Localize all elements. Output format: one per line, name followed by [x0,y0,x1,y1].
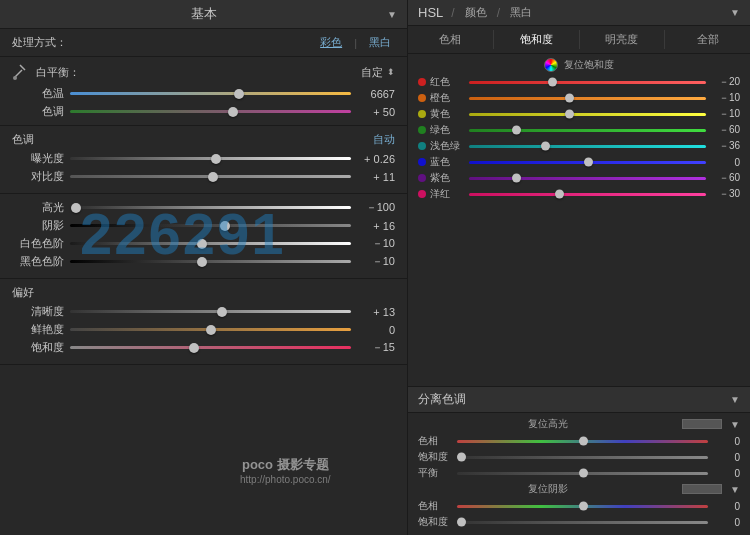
contrast-label: 对比度 [12,169,64,184]
wb-row: 白平衡： 自定 ⬍ [12,62,395,82]
temperature-row: 色温 6667 [12,86,395,101]
temperature-thumb[interactable] [234,89,244,99]
whites-slider[interactable] [70,237,351,251]
saturation-thumb[interactable] [189,343,199,353]
balance-value: 0 [712,468,740,479]
hsl-color-label-6: 紫色 [430,171,465,185]
balance-slider[interactable] [457,467,708,479]
highlight-hue-label: 色相 [418,434,453,448]
highlight-reset-row: 复位高光 ▼ [418,417,740,431]
vibrance-thumb[interactable] [206,325,216,335]
highlights-row: 高光 －100 [12,200,395,215]
tab-luminance[interactable]: 明亮度 [580,30,666,49]
contrast-slider[interactable] [70,170,351,184]
contrast-thumb[interactable] [208,172,218,182]
blacks-value: －10 [357,254,395,269]
svg-point-2 [13,76,17,80]
whites-label: 白色色阶 [12,236,64,251]
hsl-color-label-0: 红色 [430,75,465,89]
hsl-slider-3[interactable] [469,124,706,136]
clarity-slider[interactable] [70,305,351,319]
auto-button[interactable]: 自动 [373,132,395,147]
hsl-thumb-0[interactable] [548,78,557,87]
hsl-bw-tab[interactable]: 黑白 [508,5,534,20]
blacks-slider[interactable] [70,255,351,269]
hsl-body: 复位饱和度 红色－20橙色－10黄色－10绿色－60浅色绿－36蓝色0紫色－60… [408,54,750,386]
color-mode-button[interactable]: 彩色 [316,34,346,51]
highlight-sat-slider[interactable] [457,451,708,463]
hsl-title: HSL [418,5,443,20]
hsl-slider-7[interactable] [469,188,706,200]
hsl-slider-2[interactable] [469,108,706,120]
clarity-thumb[interactable] [217,307,227,317]
highlights-slider[interactable] [70,201,351,215]
hsl-slider-0[interactable] [469,76,706,88]
saturation-row: 饱和度 －15 [12,340,395,355]
hsl-thumb-4[interactable] [541,142,550,151]
tab-hue[interactable]: 色相 [408,30,494,49]
tab-all[interactable]: 全部 [665,30,750,49]
highlight-sat-track [457,456,708,459]
tab-saturation[interactable]: 饱和度 [494,30,580,49]
hsl-color-label-3: 绿色 [430,123,465,137]
shadows-thumb[interactable] [220,221,230,231]
hsl-color-label-7: 洋红 [430,187,465,201]
exposure-value: + 0.26 [357,153,395,165]
blacks-track [70,260,351,263]
highlight-hue-slider[interactable] [457,435,708,447]
exposure-slider[interactable] [70,152,351,166]
whites-thumb[interactable] [197,239,207,249]
shadows-slider[interactable] [70,219,351,233]
bw-mode-button[interactable]: 黑白 [365,34,395,51]
shadow-hue-label: 色相 [418,499,453,513]
shadow-sat-row: 饱和度 0 [418,515,740,529]
shadow-hue-row: 色相 0 [418,499,740,513]
hsl-thumb-5[interactable] [584,158,593,167]
hsl-slider-1[interactable] [469,92,706,104]
exposure-row: 曝光度 + 0.26 [12,151,395,166]
wb-arrows[interactable]: ⬍ [387,67,395,77]
tint-thumb[interactable] [228,107,238,117]
hsl-thumb-7[interactable] [555,190,564,199]
hsl-slider-5[interactable] [469,156,706,168]
temperature-track [70,92,351,95]
split-tone-header: 分离色调 ▼ [408,387,750,413]
eyedropper-icon[interactable] [12,62,28,82]
saturation-value: －15 [357,340,395,355]
tint-slider[interactable] [70,105,351,119]
highlight-sat-thumb[interactable] [457,453,466,462]
svg-line-1 [15,70,22,77]
balance-thumb[interactable] [579,469,588,478]
shadow-sat-thumb[interactable] [457,518,466,527]
hsl-slider-4[interactable] [469,140,706,152]
tint-value: + 50 [357,106,395,118]
exposure-thumb[interactable] [211,154,221,164]
hsl-track-6 [469,177,706,180]
hsl-thumb-6[interactable] [512,174,521,183]
hsl-thumb-2[interactable] [565,110,574,119]
shadow-hue-slider[interactable] [457,500,708,512]
hsl-color-row-3: 绿色－60 [418,123,740,137]
hsl-value-5: 0 [710,157,740,168]
blacks-thumb[interactable] [197,257,207,267]
vibrance-slider[interactable] [70,323,351,337]
hsl-thumb-3[interactable] [512,126,521,135]
highlight-color-box[interactable] [682,419,722,429]
shadow-color-box[interactable] [682,484,722,494]
shadows-row: 阴影 + 16 [12,218,395,233]
processing-row: 处理方式： 彩色 | 黑白 [0,29,407,57]
highlights-thumb[interactable] [71,203,81,213]
temperature-slider[interactable] [70,87,351,101]
shadow-hue-thumb[interactable] [579,502,588,511]
hsl-color-tab[interactable]: 颜色 [463,5,489,20]
shadow-sat-slider[interactable] [457,516,708,528]
hsl-sliders: 红色－20橙色－10黄色－10绿色－60浅色绿－36蓝色0紫色－60洋红－30 [418,75,740,201]
exposure-label: 曝光度 [12,151,64,166]
hsl-thumb-1[interactable] [565,94,574,103]
temperature-value: 6667 [357,88,395,100]
highlight-hue-thumb[interactable] [579,437,588,446]
hsl-slider-6[interactable] [469,172,706,184]
hsl-header: HSL / 颜色 / 黑白 ▼ [408,0,750,26]
saturation-slider[interactable] [70,341,351,355]
wb-label: 白平衡： [36,65,80,80]
